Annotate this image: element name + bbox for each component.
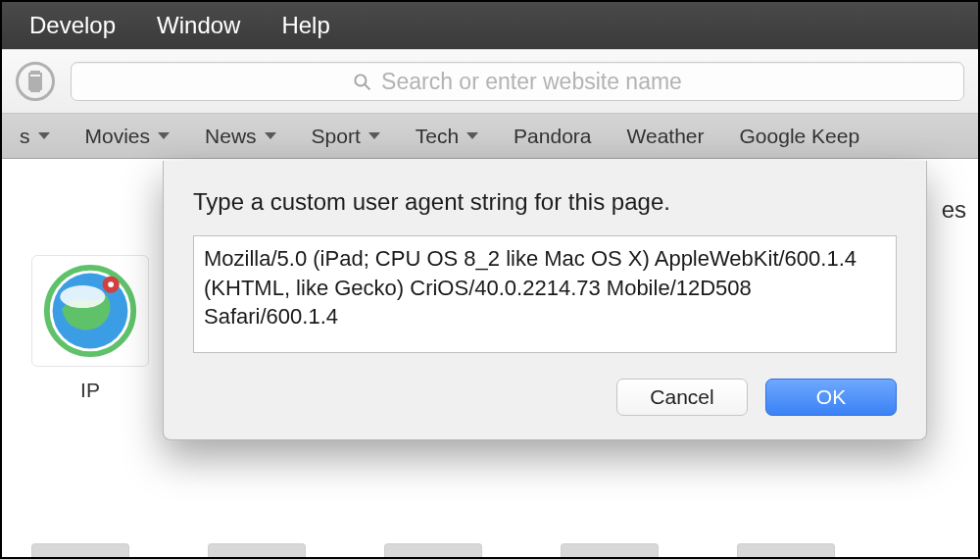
svg-point-6 [108, 281, 114, 287]
svg-point-4 [60, 285, 105, 308]
user-agent-input[interactable] [193, 235, 897, 353]
cancel-button[interactable]: Cancel [616, 379, 748, 416]
partial-text: es [942, 196, 966, 224]
svg-line-1 [365, 83, 370, 89]
chevron-down-icon [38, 132, 50, 139]
bookmark-item-tech[interactable]: Tech [398, 114, 496, 158]
bookmark-item-movies[interactable]: Movies [68, 114, 188, 158]
bookmark-item-pandora[interactable]: Pandora [496, 114, 609, 158]
bookmarks-bar: s Movies News Sport Tech Pandora Weather… [2, 114, 978, 159]
globe-icon [43, 264, 137, 358]
menu-window[interactable]: Window [157, 12, 240, 39]
bookmark-item-sport[interactable]: Sport [294, 114, 398, 158]
dialog-title: Type a custom user agent string for this… [193, 188, 897, 216]
favorites-thumb[interactable] [31, 543, 129, 557]
menu-help[interactable]: Help [281, 12, 329, 39]
dialog-buttons: Cancel OK [193, 379, 897, 416]
search-icon [353, 73, 371, 91]
menubar: Develop Window Help [2, 2, 978, 49]
favorites-thumb[interactable] [208, 543, 306, 557]
favorites-icon [31, 255, 149, 367]
favorites-item-label: IP [80, 379, 100, 402]
favorites-thumb[interactable] [737, 543, 835, 557]
user-agent-dialog: Type a custom user agent string for this… [163, 161, 927, 440]
chevron-down-icon [158, 132, 170, 139]
bookmark-item-news[interactable]: News [187, 114, 294, 158]
page-content: es IP Type a custom user agent string fo… [2, 159, 978, 557]
chevron-down-icon [466, 132, 478, 139]
bookmark-item-google-keep[interactable]: Google Keep [722, 114, 878, 158]
browser-toolbar: Search or enter website name [2, 49, 978, 114]
favorites-thumb[interactable] [384, 543, 482, 557]
favorites-icon-item[interactable]: IP [29, 255, 151, 402]
chevron-down-icon [368, 132, 380, 139]
url-placeholder-text: Search or enter website name [381, 69, 682, 95]
chevron-down-icon [265, 132, 276, 139]
svg-point-0 [355, 75, 366, 85]
favorites-thumb[interactable] [561, 543, 659, 557]
favorites-row-partial [2, 535, 978, 557]
menu-develop[interactable]: Develop [29, 12, 116, 39]
url-input[interactable]: Search or enter website name [71, 62, 964, 101]
ok-button[interactable]: OK [765, 379, 897, 416]
bookmark-item-weather[interactable]: Weather [610, 114, 722, 158]
adblock-icon[interactable] [16, 62, 55, 101]
bookmark-item-partial[interactable]: s [2, 114, 68, 158]
